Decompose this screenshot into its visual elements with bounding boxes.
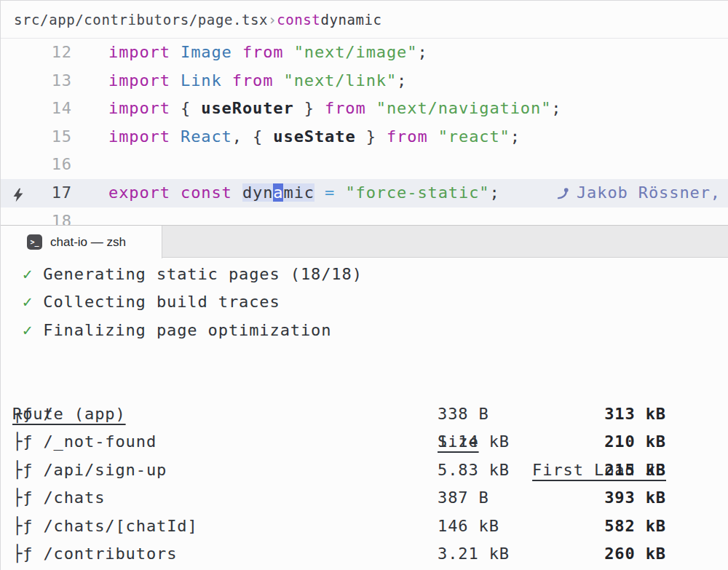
code-token: "next/image" — [294, 43, 418, 61]
code-text[interactable]: export const dynamic = "force-static"; — [108, 179, 500, 207]
route-path: ├ƒ /contributors — [12, 540, 177, 568]
line-number: 14 — [30, 95, 72, 123]
route-table-row: ┌ƒ /338 B313 kB — [1, 400, 728, 428]
route-first-load: 210 kB — [532, 428, 666, 456]
code-token: Image — [181, 43, 242, 61]
route-table-row: ├ƒ /_not-found1.14 kB210 kB — [1, 428, 728, 456]
runnable-bolt-icon[interactable] — [10, 185, 26, 202]
code-token: ; — [397, 71, 407, 90]
route-table: Route (app) Size First Load JS ┌ƒ /338 B… — [1, 373, 728, 569]
code-token: import — [108, 71, 181, 90]
route-path: ├ƒ /_not-found — [12, 428, 157, 456]
code-text[interactable]: import React, { useState } from "react"; — [108, 123, 521, 151]
breadcrumb-sep: › — [268, 12, 277, 28]
terminal-icon: >_ — [27, 234, 42, 250]
code-token: from — [387, 127, 438, 146]
code-token: from — [242, 43, 294, 61]
code-token: mic — [283, 183, 314, 202]
code-text[interactable]: import { useRouter } from "next/navigati… — [108, 95, 561, 123]
git-blame-author: Jakob Rössner, — [577, 179, 721, 207]
build-output-text: Finalizing page optimization — [43, 321, 331, 339]
check-icon: ✓ — [23, 265, 43, 283]
route-first-load: 393 kB — [532, 484, 666, 512]
code-token: "force-static" — [345, 183, 489, 202]
code-token: ; — [510, 127, 521, 146]
code-token: } — [356, 127, 387, 146]
code-token: { — [181, 99, 201, 117]
code-token: ; — [417, 43, 427, 61]
code-line-15[interactable]: 15import React, { useState } from "react… — [1, 123, 728, 151]
line-number: 18 — [30, 207, 72, 225]
route-size: 5.83 kB — [438, 456, 510, 484]
code-token: "next/link" — [284, 71, 397, 90]
check-icon: ✓ — [23, 321, 43, 339]
line-number: 13 — [30, 67, 72, 95]
code-token: "react" — [438, 127, 510, 146]
route-size: 1.14 kB — [438, 428, 510, 456]
code-token: import — [108, 127, 181, 146]
check-icon: ✓ — [23, 293, 43, 311]
line-number: 17 — [30, 179, 72, 207]
line-number: 15 — [30, 123, 72, 151]
route-size: 338 B — [438, 400, 489, 428]
terminal-blank-line — [1, 344, 728, 372]
code-token — [314, 183, 325, 202]
code-editor[interactable]: 12import Image from "next/image";13impor… — [1, 39, 728, 225]
terminal-tab-label: chat-io — zsh — [50, 235, 126, 250]
route-path: ├ƒ /api/sign-up — [12, 456, 167, 484]
code-token: import — [108, 99, 181, 117]
git-blame-annotation[interactable]: Jakob Rössner, — [556, 179, 721, 207]
code-token: "next/navigation" — [376, 99, 551, 117]
line-number: 12 — [30, 39, 72, 67]
code-token: , { — [232, 127, 274, 146]
build-output: ✓ Generating static pages (18/18)✓ Colle… — [1, 261, 728, 344]
code-line-14[interactable]: 14import { useRouter } from "next/naviga… — [1, 95, 728, 123]
route-table-header: Route (app) Size First Load JS — [1, 373, 728, 400]
line-number: 16 — [30, 151, 72, 179]
code-token: from — [232, 71, 284, 90]
code-line-13[interactable]: 13import Link from "next/link"; — [1, 67, 728, 95]
terminal-tab-bar: >_ chat-io — zsh — [1, 226, 728, 258]
route-first-load: 582 kB — [532, 512, 666, 540]
breadcrumb-path: src/app/contributors/page.tsx — [14, 12, 268, 28]
route-path: ├ƒ /chats/[chatId] — [12, 512, 198, 540]
code-token — [335, 183, 345, 202]
build-output-line: ✓ Collecting build traces — [1, 288, 728, 316]
build-output-line: ✓ Finalizing page optimization — [1, 317, 728, 344]
code-token: ; — [551, 99, 561, 117]
route-path: ┌ƒ / — [12, 400, 54, 428]
code-token: } — [294, 99, 325, 117]
code-line-16[interactable]: 16 — [1, 151, 728, 179]
route-size: 387 B — [438, 484, 489, 512]
route-table-row: ├ƒ /chats387 B393 kB — [1, 484, 728, 512]
code-token: Link — [181, 71, 232, 90]
route-first-load: 215 kB — [532, 456, 666, 484]
route-table-row: ├ƒ /contributors3.21 kB260 kB — [1, 540, 728, 568]
code-token: ; — [489, 183, 499, 202]
route-first-load: 313 kB — [532, 400, 666, 428]
code-token: useRouter — [201, 99, 293, 117]
build-output-text: Collecting build traces — [43, 293, 280, 311]
build-output-line: ✓ Generating static pages (18/18) — [1, 261, 728, 288]
breadcrumb-name: dynamic — [320, 12, 381, 28]
editor-window: src/app/contributors/page.tsx › const dy… — [0, 0, 728, 570]
code-line-12[interactable]: 12import Image from "next/image"; — [1, 39, 728, 67]
code-line-17[interactable]: 17export const dynamic = "force-static";… — [1, 179, 728, 207]
route-first-load: 260 kB — [532, 540, 666, 568]
code-token: useState — [273, 127, 355, 146]
code-token: React — [181, 127, 232, 146]
route-size: 146 kB — [438, 512, 499, 540]
git-commit-icon — [556, 186, 570, 200]
code-text[interactable]: import Link from "next/link"; — [108, 67, 407, 95]
code-token: = — [325, 183, 335, 202]
build-output-text: Generating static pages (18/18) — [43, 265, 363, 283]
code-text[interactable]: import Image from "next/image"; — [108, 39, 428, 67]
code-line-18[interactable]: 18 — [1, 207, 728, 225]
code-token: import — [108, 43, 181, 61]
code-token: dyn — [242, 183, 273, 202]
breadcrumb[interactable]: src/app/contributors/page.tsx › const dy… — [1, 1, 728, 39]
route-size: 3.21 kB — [438, 540, 510, 568]
terminal-content[interactable]: ✓ Generating static pages (18/18)✓ Colle… — [1, 258, 728, 568]
route-table-row: ├ƒ /chats/[chatId]146 kB582 kB — [1, 512, 728, 540]
terminal-tab-chat-io[interactable]: >_ chat-io — zsh — [1, 226, 162, 258]
